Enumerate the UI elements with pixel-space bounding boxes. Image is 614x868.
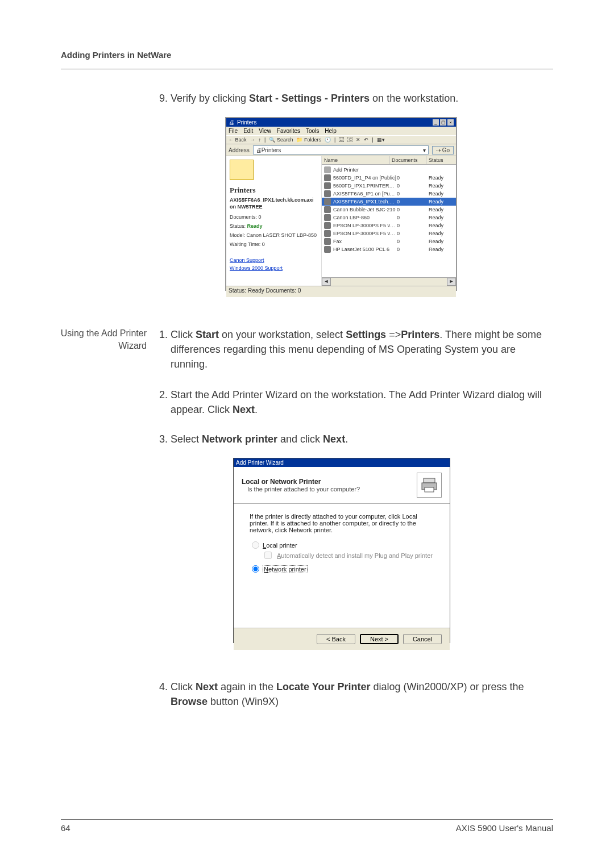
printer-name: Canon LBP-860 [333, 215, 397, 220]
printer-status: Ready [429, 247, 454, 252]
printer-doc-count: 0 [397, 199, 429, 205]
printer-row[interactable]: Canon LBP-8600Ready [322, 214, 456, 222]
printer-name: AXIS5FF6A6_IP1 on [Public] [333, 191, 397, 197]
printer-doc-count: 0 [397, 215, 429, 220]
col-name[interactable]: Name [322, 156, 389, 164]
cancel-button[interactable]: Cancel [403, 634, 442, 644]
tb-search[interactable]: 🔍 Search [269, 137, 293, 143]
printer-doc-count: 0 [397, 207, 429, 212]
sel-name-a: AXIS5FF6A6_IPX1.tech.kk.com.axi [230, 197, 314, 203]
step-3-number: 3. [154, 432, 168, 446]
tb-move[interactable]: ⿶ [339, 137, 344, 143]
printer-name: Canon Bubble-Jet BJC-210 [333, 207, 397, 212]
printer-row[interactable]: EPSON LP-3000PS F5 v52.3 on http://192.1… [322, 229, 456, 237]
printer-name: EPSON LP-3000PS F5 v52.3 on http://192.1… [333, 231, 397, 236]
svg-rect-2 [425, 487, 434, 492]
printer-doc-count: 0 [397, 183, 429, 189]
printer-row[interactable]: 5600FD_IP1_P4 on [Public]0Ready [322, 174, 456, 182]
checkbox-auto [264, 552, 272, 559]
option-local-printer[interactable]: Local printer [252, 541, 434, 549]
address-value: Printers [262, 147, 281, 153]
printer-status: Ready [429, 175, 454, 181]
printer-icon [324, 238, 331, 245]
col-status[interactable]: Status [426, 156, 456, 164]
next-button[interactable]: Next > [360, 634, 399, 644]
maximize-button[interactable]: ▢ [440, 119, 446, 126]
tb-copy[interactable]: ⿷ [347, 137, 352, 143]
printer-status: Ready [429, 223, 454, 228]
printer-row[interactable]: EPSON LP-3000PS F5 v52.30Ready [322, 222, 456, 229]
printer-status: Ready [429, 207, 454, 212]
radio-local[interactable] [252, 541, 259, 549]
back-button[interactable]: < Back [317, 634, 355, 644]
go-button[interactable]: ⇢ Go [432, 146, 454, 155]
menu-favorites[interactable]: Favorites [277, 128, 300, 134]
menu-tools[interactable]: Tools [306, 128, 319, 134]
scrollbar-horizontal[interactable]: ◄ ► [322, 277, 456, 286]
printer-icon [417, 473, 442, 498]
radio-network[interactable] [252, 565, 259, 573]
printer-row[interactable]: 5600FD_IPX1.PRINTERS.tech.kk.com.axis on… [322, 182, 456, 190]
side-label-1: Using the Add Printer [61, 327, 147, 340]
printer-status: Ready [429, 199, 454, 205]
tb-folders[interactable]: 📁 Folders [296, 137, 321, 143]
option-network-printer[interactable]: Network printer [252, 565, 434, 573]
menu-help[interactable]: Help [325, 128, 337, 134]
tb-undo[interactable]: ↶ [364, 137, 368, 143]
step-9-post: on the workstation. [370, 93, 458, 104]
printer-icon [324, 182, 331, 189]
docs-val: 0 [259, 214, 262, 220]
tb-up[interactable]: ↑ [259, 137, 262, 143]
address-field[interactable]: 🖨 Printers▾ [253, 145, 429, 155]
printer-row[interactable]: AXIS5FF6A6_IP1 on [Public]0Ready [322, 190, 456, 198]
menu-file[interactable]: File [229, 128, 238, 134]
col-documents[interactable]: Documents [389, 156, 426, 164]
wizard-para: If the printer is directly attached to y… [250, 513, 434, 533]
printer-doc-count: 0 [397, 247, 429, 252]
wizard-heading: Local or Network Printer [242, 478, 417, 486]
header-rule [61, 69, 553, 69]
scroll-right-arrow[interactable]: ► [447, 278, 456, 286]
tb-back[interactable]: ← Back [229, 137, 247, 143]
wait-label: Waiting Time: [230, 241, 260, 247]
printer-row[interactable]: Add Printer [322, 166, 456, 174]
window-controls: _ ▢ × [433, 119, 454, 126]
toolbar: ← Back → ↑ | 🔍 Search 📁 Folders 🕙 | ⿶ ⿷ … [226, 135, 456, 144]
printer-doc-count: 0 [397, 231, 429, 236]
step-1-number: 1. [154, 327, 168, 342]
menu-edit[interactable]: Edit [243, 128, 253, 134]
printer-row[interactable]: AXIS5FF6A6_IPX1.tech.kk.com.axis on NW5T… [322, 198, 456, 206]
printer-status: Ready [429, 215, 454, 220]
printer-name: AXIS5FF6A6_IPX1.tech.kk.com.axis on NW5T… [333, 199, 397, 205]
printer-icon [324, 174, 331, 181]
pane-title: Printers [230, 186, 318, 195]
link-win2000[interactable]: Windows 2000 Support [230, 265, 318, 271]
menu-view[interactable]: View [259, 128, 271, 134]
window-title: Printers [237, 119, 256, 126]
close-button[interactable]: × [447, 119, 454, 126]
step-3-text: Select Network printer and click Next. [171, 433, 348, 445]
tb-views[interactable]: ▦▾ [377, 137, 385, 143]
printer-icon [324, 222, 331, 229]
page-footer: 64 AXIS 5900 User's Manual [61, 819, 553, 833]
printer-row[interactable]: Canon Bubble-Jet BJC-2100Ready [322, 206, 456, 214]
scroll-left-arrow[interactable]: ◄ [322, 278, 331, 286]
link-canon[interactable]: Canon Support [230, 257, 318, 263]
step-2-text: Start the Add Printer Wizard on the work… [171, 389, 542, 415]
info-pane: Printers AXIS5FF6A6_IPX1.tech.kk.com.axi… [226, 156, 322, 286]
tb-forward[interactable]: → [250, 137, 255, 143]
printer-row[interactable]: HP LaserJet 5100 PCL 60Ready [322, 245, 456, 253]
tb-history[interactable]: 🕙 [325, 137, 331, 143]
printer-row[interactable]: Fax0Ready [322, 237, 456, 245]
wait-val: 0 [262, 241, 265, 247]
printer-status: Ready [429, 183, 454, 189]
printer-status: Ready [429, 191, 454, 197]
wizard-header: Local or Network Printer Is the printer … [234, 467, 450, 504]
minimize-button[interactable]: _ [433, 119, 439, 126]
titlebar: 🖨 Printers _ ▢ × [226, 118, 456, 127]
statusbar: Status: Ready Documents: 0 [226, 286, 456, 297]
printers-window: 🖨 Printers _ ▢ × File Edit View Favorite… [225, 117, 457, 291]
tb-delete[interactable]: ✕ [356, 137, 360, 143]
printer-name: Add Printer [333, 167, 397, 173]
section-heading: Adding Printers in NetWare [61, 50, 171, 60]
